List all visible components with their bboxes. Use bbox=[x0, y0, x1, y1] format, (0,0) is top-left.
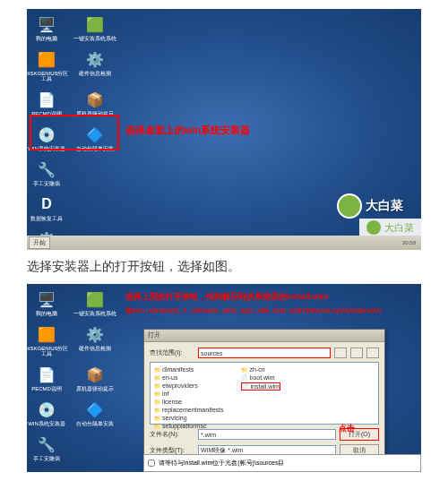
instruction-text: 选择安装器上的打开按钮，选择如图。 bbox=[27, 259, 421, 275]
checkbox[interactable] bbox=[148, 459, 155, 467]
taskbar: 开始 20:58 bbox=[27, 236, 421, 250]
file-item[interactable]: etwproviders bbox=[154, 382, 223, 389]
icon-diskgenius[interactable]: 🟧DISKGENIUS分区工具 bbox=[31, 48, 62, 82]
icon-one-key-install[interactable]: 🟩一键安装系统系统 bbox=[80, 13, 110, 41]
icon-my-computer[interactable]: 🖥️我的电脑 bbox=[31, 288, 62, 316]
file-item[interactable]: inf bbox=[154, 391, 223, 397]
nav-btn[interactable] bbox=[350, 348, 363, 358]
file-item[interactable]: boot.wim bbox=[241, 374, 280, 381]
icon-one-key[interactable]: 🟩一键安装系统系统 bbox=[80, 288, 110, 316]
lookin-field[interactable]: sources bbox=[198, 348, 331, 358]
file-item[interactable]: en-us bbox=[154, 374, 223, 381]
highlight-box bbox=[30, 115, 119, 150]
screenshot-1: 🖥️我的电脑 🟩一键安装系统系统 🟧DISKGENIUS分区工具 ⚙️硬件信息检… bbox=[27, 9, 421, 250]
filename-label: 文件名(N): bbox=[150, 430, 194, 439]
icon-hardware[interactable]: ⚙️硬件信息检测 bbox=[80, 323, 110, 356]
desktop-icons-2: 🖥️我的电脑 🟩一键安装系统系统 🟧DISKGENIUS分区工具 ⚙️硬件信息检… bbox=[31, 288, 110, 472]
file-item[interactable]: replacementmanifests bbox=[154, 407, 223, 413]
dialog-title: 打开 bbox=[144, 330, 384, 342]
nav-btn[interactable] bbox=[366, 348, 379, 358]
click-label: 点击 bbox=[339, 423, 355, 434]
bottom-text: 请等待与install.wim位于光盘(帐号)\sources目 bbox=[159, 459, 284, 468]
icon-win-installer[interactable]: 💿WIN系统安装器 bbox=[31, 399, 62, 426]
file-list[interactable]: dlmanifests en-us etwproviders inf licen… bbox=[150, 362, 379, 425]
lookin-label: 查找范围(I): bbox=[150, 348, 194, 357]
icon-auto[interactable]: 🔷自动分隔单安装 bbox=[80, 399, 110, 426]
icon-diskgenius[interactable]: 🟧DISKGENIUS分区工具 bbox=[31, 323, 62, 356]
icon-driver[interactable]: 📦原机器驱动提示 bbox=[80, 364, 110, 391]
tray-clock: 20:58 bbox=[399, 240, 419, 245]
icon-driver[interactable]: 📦原机器驱动提示 bbox=[80, 89, 110, 116]
highlight-text: 选择桌面上的win系统安装器 bbox=[125, 124, 250, 137]
brand-logo: 大白菜 bbox=[337, 193, 403, 219]
watermark-icon bbox=[366, 220, 381, 235]
icon-pecmd[interactable]: 📄PECMD说明 bbox=[31, 89, 62, 116]
icon-d[interactable]: D bbox=[31, 468, 62, 472]
file-install-wim[interactable]: install.wim bbox=[241, 382, 280, 391]
file-item[interactable]: setupplatformsc bbox=[154, 423, 223, 429]
watermark: 大白菜 bbox=[359, 219, 421, 236]
filename-field[interactable]: *.wim bbox=[198, 429, 336, 440]
file-item[interactable]: license bbox=[154, 399, 223, 405]
icon-pecmd[interactable]: 📄PECMD说明 bbox=[31, 364, 62, 391]
red-instruction-2: 如win_windows_7_ultimate_with_sp1_x86_dvd… bbox=[125, 305, 382, 315]
nav-btn[interactable] bbox=[334, 348, 347, 358]
file-item[interactable]: zh-cn bbox=[241, 366, 280, 373]
icon-manual[interactable]: 🔧手工安隆病 bbox=[31, 159, 62, 186]
file-item[interactable]: servicing bbox=[154, 415, 223, 421]
icon-hardware-info[interactable]: ⚙️硬件信息检测 bbox=[80, 48, 110, 82]
icon-my-computer[interactable]: 🖥️我的电脑 bbox=[31, 13, 62, 41]
screenshot-2: 🖥️我的电脑 🟩一键安装系统系统 🟧DISKGENIUS分区工具 ⚙️硬件信息检… bbox=[27, 284, 421, 472]
cabbage-icon bbox=[337, 193, 362, 219]
icon-recovery[interactable]: D数据恢复工具 bbox=[31, 193, 62, 221]
bottom-bar: 请等待与install.wim位于光盘(帐号)\sources目 bbox=[143, 443, 421, 472]
red-instruction-1: 选择上面的打开按钮，找到解压到的系统里的install.wim bbox=[125, 291, 328, 303]
icon-manual[interactable]: 🔧手工安隆病 bbox=[31, 434, 62, 461]
start-button[interactable]: 开始 bbox=[29, 236, 50, 249]
file-item[interactable]: dlmanifests bbox=[154, 366, 223, 373]
